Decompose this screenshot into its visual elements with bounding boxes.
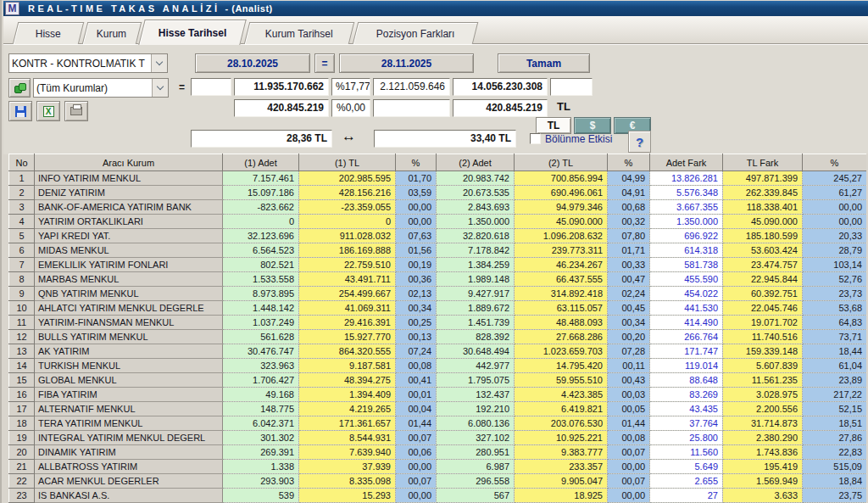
cell-no[interactable]: 17: [9, 402, 35, 416]
qty-filter-input[interactable]: [191, 78, 231, 96]
broker-combo[interactable]: (Tüm Kurumlar): [33, 78, 169, 98]
cell-pct1[interactable]: 00,07: [396, 431, 437, 445]
cell-tl1[interactable]: 8.335.098: [299, 474, 396, 489]
cell-adet2[interactable]: 828.392: [437, 330, 515, 344]
cell-adet-fark[interactable]: 2.655: [650, 474, 723, 489]
cell-no[interactable]: 14: [9, 359, 35, 373]
cell-adet-fark[interactable]: 25.800: [650, 431, 723, 445]
cell-tl-fark[interactable]: 11.561.235: [723, 373, 803, 388]
confirm-button[interactable]: Tamam: [498, 53, 590, 73]
date-from-button[interactable]: 28.10.2025: [195, 53, 310, 73]
cell-tl-fark[interactable]: 118.338.401: [723, 200, 803, 215]
split-effect-label[interactable]: Bölünme Etkisi: [545, 133, 612, 145]
excel-export-button[interactable]: X: [36, 101, 60, 121]
cell-adet1[interactable]: -823.662: [223, 200, 299, 215]
cell-pct1[interactable]: 00,00: [396, 460, 437, 474]
cell-pct-fark[interactable]: 515,09: [803, 460, 867, 474]
table-row[interactable]: 10AHLATCI YATIRIM MENKUL DEGERLE1.448.14…: [9, 301, 867, 316]
cell-tl-fark[interactable]: 31.714.873: [723, 416, 803, 431]
cell-no[interactable]: 11: [9, 316, 35, 330]
cell-no[interactable]: 7: [9, 258, 35, 272]
cell-pct1[interactable]: 01,56: [396, 243, 437, 258]
cell-tl2[interactable]: 66.437.555: [515, 272, 608, 287]
cell-pct-fark[interactable]: 52,15: [803, 402, 867, 416]
cell-tl2[interactable]: 700.856.994: [515, 171, 608, 186]
cell-adet1[interactable]: 1.338: [223, 460, 299, 474]
cell-tl-fark[interactable]: 11.740.516: [723, 330, 803, 344]
cell-pct2[interactable]: 00,68: [608, 200, 650, 215]
cell-pct1[interactable]: 00,00: [396, 200, 437, 215]
combo-dropdown-button[interactable]: [152, 79, 168, 97]
cell-tl2[interactable]: 59.955.510: [515, 373, 608, 388]
cell-tl1[interactable]: 0: [299, 215, 396, 229]
period1-total-input[interactable]: 11.935.170.662: [234, 78, 329, 96]
cell-no[interactable]: 10: [9, 301, 35, 316]
cell-tl1[interactable]: 171.361.657: [299, 416, 396, 431]
cell-tl-fark[interactable]: 1.569.949: [723, 474, 803, 489]
cell-adet1[interactable]: 323.963: [223, 359, 299, 373]
table-row[interactable]: 5YAPI KREDI YAT.32.123.696911.028.03207,…: [9, 229, 867, 243]
cell-tl1[interactable]: 4.219.265: [299, 402, 396, 416]
cell-pct2[interactable]: 04,99: [608, 171, 650, 186]
table-row[interactable]: 8MARBAS MENKUL1.533.55843.491.71100,361.…: [9, 272, 867, 287]
cell-pct1[interactable]: 00,01: [396, 388, 437, 402]
cell-pct2[interactable]: 00,47: [608, 272, 650, 287]
cell-pct1[interactable]: 03,59: [396, 186, 437, 200]
cell-adet2[interactable]: 280.951: [437, 445, 515, 460]
cell-pct-fark[interactable]: 245,27: [803, 171, 867, 186]
cell-pct2[interactable]: 00,45: [608, 301, 650, 316]
table-row[interactable]: 13AK YATIRIM30.476.747864.320.55507,2430…: [9, 344, 867, 359]
cell-adet1[interactable]: 148.775: [223, 402, 299, 416]
cell-adet2[interactable]: 6.080.136: [437, 416, 515, 431]
cell-adet1[interactable]: 802.521: [223, 258, 299, 272]
cell-pct-fark[interactable]: 52,76: [803, 272, 867, 287]
cell-pct2[interactable]: 00,32: [608, 215, 650, 229]
cell-pct1[interactable]: 00,25: [396, 316, 437, 330]
table-row[interactable]: 11YATIRIM-FINANSMAN MENKUL1.037.24929.41…: [9, 316, 867, 330]
cell-adet-fark[interactable]: 455.590: [650, 272, 723, 287]
cell-no[interactable]: 3: [9, 200, 35, 215]
table-row[interactable]: 1INFO YATIRIM MENKUL7.157.461202.985.595…: [9, 171, 867, 186]
column-header-tl-fark[interactable]: TL Fark: [723, 154, 803, 171]
cell-tl2[interactable]: 6.419.821: [515, 402, 608, 416]
cell-adet-fark[interactable]: 5.576.348: [650, 186, 723, 200]
cell-no[interactable]: 18: [9, 416, 35, 431]
cell-no[interactable]: 22: [9, 474, 35, 489]
cell-adet2[interactable]: 20.983.742: [437, 171, 515, 186]
cell-pct1[interactable]: 00,19: [396, 258, 437, 272]
cell-pct-fark[interactable]: 18,51: [803, 416, 867, 431]
table-row[interactable]: 21ALLBATROSS YATIRIM1.33837.93900,006.98…: [9, 460, 867, 474]
cell-tl2[interactable]: 9.905.047: [515, 474, 608, 489]
cell-adet1[interactable]: 1.706.427: [223, 373, 299, 388]
cell-tl-fark[interactable]: 22.945.844: [723, 272, 803, 287]
cell-tl1[interactable]: 428.156.216: [299, 186, 396, 200]
cell-pct-fark[interactable]: 20,33: [803, 229, 867, 243]
stock-combo[interactable]: KONTR - KONTROLMATIK T: [8, 53, 168, 73]
cell-pct1[interactable]: 01,70: [396, 171, 437, 186]
cell-tl-fark[interactable]: 262.339.845: [723, 186, 803, 200]
cell-kurum[interactable]: QNB YATIRIM MENKUL: [35, 287, 223, 301]
cell-adet2[interactable]: 1.384.259: [437, 258, 515, 272]
cell-tl1[interactable]: 8.544.931: [299, 431, 396, 445]
cell-tl1[interactable]: 37.939: [299, 460, 396, 474]
cell-kurum[interactable]: ALTERNATIF MENKUL: [35, 402, 223, 416]
row2-mid-input[interactable]: [373, 99, 450, 117]
column-header-adet2[interactable]: (2) Adet: [437, 154, 515, 171]
cell-tl1[interactable]: 9.187.581: [299, 359, 396, 373]
cell-pct1[interactable]: 00,34: [396, 301, 437, 316]
cell-pct-fark[interactable]: 23,75: [803, 489, 867, 503]
column-header-pct1[interactable]: %: [396, 154, 437, 171]
cell-adet2[interactable]: 192.210: [437, 402, 515, 416]
table-row[interactable]: 23IS BANKASI A.S.53915.29300,0056718.925…: [9, 489, 867, 503]
cell-adet1[interactable]: 539: [223, 489, 299, 503]
cell-kurum[interactable]: IS BANKASI A.S.: [35, 489, 223, 503]
cell-adet-fark[interactable]: 581.738: [650, 258, 723, 272]
table-row[interactable]: 12BULLS YATIRIM MENKUL561.62815.927.7700…: [9, 330, 867, 344]
column-header-tl1[interactable]: (1) TL: [299, 154, 396, 171]
cell-pct2[interactable]: 07,28: [608, 344, 650, 359]
cell-adet-fark[interactable]: 13.826.281: [650, 171, 723, 186]
price-min-input[interactable]: 28,36 TL: [191, 130, 332, 148]
tab-kurum[interactable]: Kurum: [82, 22, 142, 44]
cell-tl2[interactable]: 63.115.057: [515, 301, 608, 316]
cell-adet1[interactable]: 6.564.523: [223, 243, 299, 258]
